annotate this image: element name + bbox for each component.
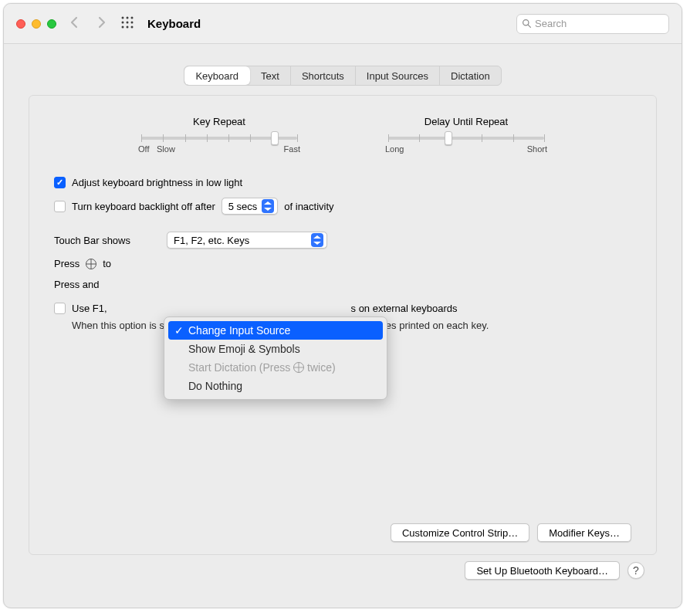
window-title: Keyboard [147,17,201,30]
menu-change-input-source[interactable]: Change Input Source [168,321,383,340]
tab-shortcuts[interactable]: Shortcuts [291,66,356,85]
press-globe-menu: Change Input Source Show Emoji & Symbols… [164,316,387,400]
svg-point-8 [131,26,134,29]
backlight-label-pre: Turn keyboard backlight off after [72,201,215,212]
fkeys-label-post: s on external keyboards [351,303,458,314]
stepper-icon [262,199,274,213]
menu-start-dictation[interactable]: Start Dictation (Press twice) [168,358,383,377]
show-all-icon[interactable] [121,16,134,31]
svg-point-7 [127,26,129,29]
svg-point-4 [127,22,129,24]
brightness-label: Adjust keyboard brightness in low light [72,177,242,188]
forward-button[interactable] [95,16,107,31]
svg-point-3 [122,22,124,24]
back-button[interactable] [69,16,81,31]
close-button[interactable] [16,19,25,29]
svg-point-5 [131,22,134,24]
zoom-button[interactable] [47,19,56,29]
svg-point-0 [122,17,124,19]
svg-point-6 [122,26,124,29]
delay-repeat-slider[interactable]: Delay Until Repeat Long Short [385,116,547,154]
minimize-button[interactable] [32,19,41,29]
help-button[interactable]: ? [627,562,644,579]
globe-icon [293,362,304,373]
bluetooth-keyboard-button[interactable]: Set Up Bluetooth Keyboard… [465,561,620,580]
modifier-keys-button[interactable]: Modifier Keys… [537,523,631,542]
tab-dictation[interactable]: Dictation [440,66,501,85]
touchbar-label: Touch Bar shows [54,235,161,246]
backlight-label-post: of inactivity [284,201,333,212]
menu-show-emoji[interactable]: Show Emoji & Symbols [168,340,383,358]
tab-keyboard[interactable]: Keyboard [184,66,250,85]
search-input[interactable]: Search [516,14,669,34]
tab-bar: Keyboard Text Shortcuts Input Sources Di… [29,66,657,86]
window-controls [16,19,56,29]
fkeys-label-pre: Use F1, [72,303,107,314]
press-globe-label-post: to [103,258,111,269]
globe-icon [86,259,96,269]
press-hold-label: Press and [54,279,100,290]
customize-control-strip-button[interactable]: Customize Control Strip… [391,523,529,542]
search-placeholder: Search [535,18,567,29]
nav-buttons [69,16,134,31]
titlebar: Keyboard Search [4,4,682,44]
tab-text[interactable]: Text [250,66,291,85]
menu-do-nothing[interactable]: Do Nothing [168,377,383,395]
svg-point-1 [127,17,129,19]
svg-line-10 [528,25,530,27]
touchbar-popup[interactable]: F1, F2, etc. Keys [167,232,327,249]
key-repeat-slider[interactable]: Key Repeat Off Slow Fast [138,116,300,154]
backlight-off-checkbox[interactable] [54,201,66,212]
backlight-timer-popup[interactable]: 5 secs [222,198,279,215]
delay-repeat-label: Delay Until Repeat [385,116,547,127]
content-area: Keyboard Text Shortcuts Input Sources Di… [4,44,682,608]
svg-point-2 [131,17,134,19]
search-icon [522,19,532,29]
keyboard-panel: Key Repeat Off Slow Fast Delay Until Rep… [29,95,657,555]
tab-input-sources[interactable]: Input Sources [356,66,440,85]
press-globe-label-pre: Press [54,258,79,269]
key-repeat-label: Key Repeat [138,116,300,127]
stepper-icon [311,233,323,247]
fkeys-checkbox[interactable] [54,303,66,314]
brightness-checkbox[interactable] [54,177,66,188]
keyboard-prefs-window: Keyboard Search Keyboard Text Shortcuts … [3,3,682,608]
